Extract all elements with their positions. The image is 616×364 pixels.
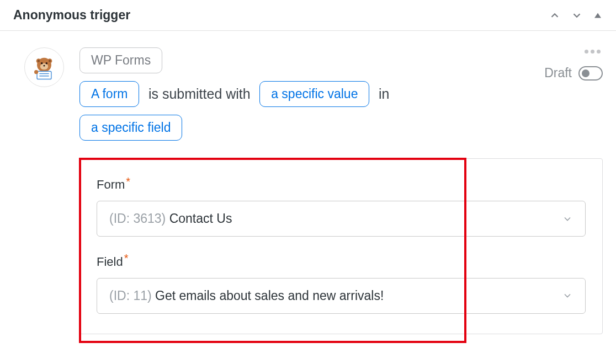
status-label: Draft xyxy=(544,66,572,81)
panel-header: Anonymous trigger xyxy=(0,0,616,31)
field-select-value: (ID: 11) Get emails about sales and new … xyxy=(109,288,384,303)
chevron-down-icon xyxy=(571,9,583,22)
field-select-id: (ID: 11) xyxy=(109,288,152,303)
toggle-knob-icon xyxy=(582,69,590,77)
svg-marker-0 xyxy=(594,13,601,18)
field-select-name: Get emails about sales and new arrivals! xyxy=(155,288,384,303)
trigger-sentence: WP Forms A form is submitted with a spec… xyxy=(79,47,531,148)
field-field-group: Field* (ID: 11) Get emails about sales a… xyxy=(97,252,586,313)
sentence-text-submitted: is submitted with xyxy=(148,86,251,102)
header-controls xyxy=(549,9,603,22)
form-field-group: Form* (ID: 3613) Contact Us xyxy=(97,175,586,237)
panel-title: Anonymous trigger xyxy=(13,8,130,23)
svg-point-5 xyxy=(49,60,51,62)
form-select-value: (ID: 3613) Contact Us xyxy=(109,211,232,226)
required-asterisk-icon: * xyxy=(126,175,130,188)
form-select-name: Contact Us xyxy=(169,211,232,226)
form-select[interactable]: (ID: 3613) Contact Us xyxy=(97,201,586,237)
required-asterisk-icon: * xyxy=(124,252,129,264)
field-field-label: Field xyxy=(97,255,123,269)
svg-point-13 xyxy=(34,70,38,74)
integration-badge[interactable]: WP Forms xyxy=(79,47,162,73)
chevron-down-icon xyxy=(562,290,573,301)
status-toggle[interactable] xyxy=(578,66,603,81)
dot-icon xyxy=(585,50,588,53)
svg-rect-10 xyxy=(37,71,51,79)
form-select-id: (ID: 3613) xyxy=(109,211,166,226)
wpforms-bear-icon xyxy=(31,55,57,80)
status-row: Draft xyxy=(544,66,603,81)
form-field-label: Form xyxy=(97,178,125,192)
dot-icon xyxy=(591,50,594,53)
trigger-topline: WP Forms A form is submitted with a spec… xyxy=(79,47,603,148)
sentence-text-in: in xyxy=(379,86,389,102)
dot-icon xyxy=(597,50,601,53)
svg-point-8 xyxy=(46,62,48,65)
field-token[interactable]: a specific field xyxy=(79,115,182,141)
value-token[interactable]: a specific value xyxy=(259,81,369,107)
svg-point-4 xyxy=(38,60,40,62)
form-token[interactable]: A form xyxy=(79,81,139,107)
trigger-body: WP Forms A form is submitted with a spec… xyxy=(0,31,616,351)
config-panel: Form* (ID: 3613) Contact Us Field* (ID: … xyxy=(79,158,603,334)
integration-avatar xyxy=(24,47,64,87)
move-down-button[interactable] xyxy=(571,9,583,22)
svg-point-9 xyxy=(44,65,45,67)
meta-column: Draft xyxy=(544,47,603,81)
svg-point-7 xyxy=(41,62,43,65)
chevron-down-icon xyxy=(562,213,573,224)
field-select[interactable]: (ID: 11) Get emails about sales and new … xyxy=(97,278,586,314)
move-up-button[interactable] xyxy=(549,9,561,22)
collapse-button[interactable] xyxy=(593,10,603,20)
triangle-up-icon xyxy=(593,10,603,20)
more-options-button[interactable] xyxy=(582,47,603,56)
chevron-up-icon xyxy=(549,9,561,22)
trigger-content: WP Forms A form is submitted with a spec… xyxy=(79,47,603,334)
